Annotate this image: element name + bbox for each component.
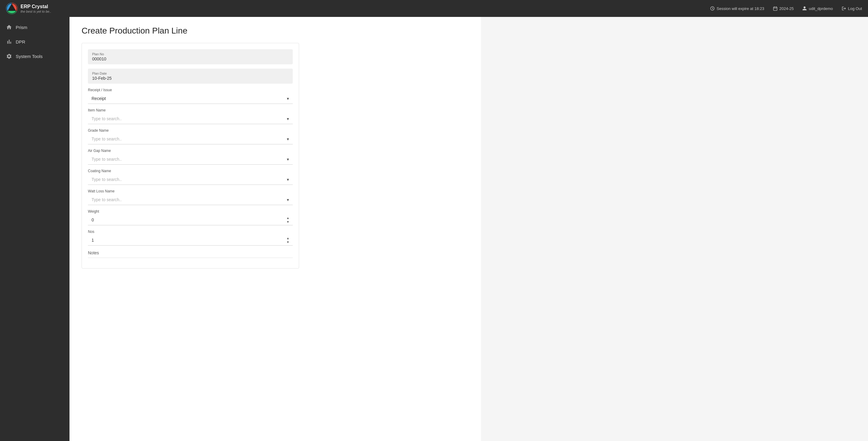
weight-number-wrapper: ▲ ▼ (88, 215, 293, 225)
weight-field: Weight ▲ ▼ (88, 209, 293, 225)
receipt-issue-wrapper: Receipt Issue ▼ (88, 93, 293, 104)
weight-input[interactable] (88, 215, 293, 225)
nos-number-wrapper: ▲ ▼ (88, 235, 293, 246)
logout-label: Log Out (848, 6, 862, 11)
air-gap-name-wrapper: ▼ (88, 154, 293, 165)
app-subtitle: the best is yet to be.. (21, 10, 51, 13)
receipt-issue-select[interactable]: Receipt Issue (88, 93, 293, 104)
sidebar-item-system-tools[interactable]: System Tools (0, 49, 69, 63)
item-name-wrapper: ▼ (88, 114, 293, 124)
item-name-input[interactable] (88, 114, 293, 124)
receipt-issue-field: Receipt / Issue Receipt Issue ▼ (88, 88, 293, 104)
year-label: 2024-25 (779, 6, 794, 11)
app-name: ERP Crystal (21, 4, 51, 9)
sidebar-prism-label: Prism (16, 25, 27, 30)
header: ERP Crystal the best is yet to be.. Sess… (0, 0, 868, 17)
sidebar-dpr-label: DPR (16, 39, 25, 44)
header-right: Session will expire at 18:23 2024-25 udi… (710, 6, 862, 11)
plan-date-field: Plan Date 10-Feb-25 (88, 69, 293, 84)
logout-button[interactable]: Log Out (841, 6, 862, 11)
app-logo: ERP Crystal the best is yet to be.. (6, 3, 51, 14)
grade-name-input[interactable] (88, 134, 293, 145)
watt-loss-name-label: Watt Loss Name (88, 189, 293, 193)
calendar-icon (773, 6, 778, 11)
user-icon (802, 6, 807, 11)
chart-icon (6, 39, 12, 45)
plan-no-value: 000010 (92, 57, 288, 61)
sidebar-item-prism[interactable]: Prism (0, 20, 69, 34)
main-content: Create Production Plan Line Plan No 0000… (69, 17, 481, 441)
app-body: Prism DPR System Tools Create Production… (0, 17, 868, 441)
sidebar: Prism DPR System Tools (0, 17, 69, 441)
grade-name-label: Grade Name (88, 128, 293, 133)
plan-date-value: 10-Feb-25 (92, 76, 288, 81)
air-gap-name-label: Air Gap Name (88, 149, 293, 153)
coating-name-field: Coating Name ▼ (88, 169, 293, 185)
notes-field: Notes (88, 250, 293, 258)
item-name-field: Item Name ▼ (88, 108, 293, 124)
grade-name-wrapper: ▼ (88, 134, 293, 145)
item-name-label: Item Name (88, 108, 293, 113)
sidebar-system-tools-label: System Tools (16, 54, 42, 59)
plan-no-field: Plan No 000010 (88, 49, 293, 64)
coating-name-input[interactable] (88, 174, 293, 185)
watt-loss-name-wrapper: ▼ (88, 194, 293, 205)
home-icon (6, 24, 12, 30)
nos-spinner: ▲ ▼ (285, 237, 290, 244)
session-label: Session will expire at 18:23 (717, 6, 764, 11)
svg-point-1 (10, 6, 14, 10)
watt-loss-name-input[interactable] (88, 194, 293, 205)
grade-name-field: Grade Name ▼ (88, 128, 293, 145)
air-gap-name-input[interactable] (88, 154, 293, 165)
right-panel (481, 17, 868, 441)
notes-label: Notes (88, 250, 293, 258)
watt-loss-name-field: Watt Loss Name ▼ (88, 189, 293, 205)
receipt-issue-label: Receipt / Issue (88, 88, 293, 92)
coating-name-label: Coating Name (88, 169, 293, 173)
sidebar-item-dpr[interactable]: DPR (0, 34, 69, 49)
weight-down-button[interactable]: ▼ (285, 220, 290, 224)
form-container: Plan No 000010 Plan Date 10-Feb-25 Recei… (82, 43, 299, 269)
weight-up-button[interactable]: ▲ (285, 216, 290, 220)
nos-down-button[interactable]: ▼ (285, 241, 290, 244)
air-gap-name-field: Air Gap Name ▼ (88, 149, 293, 165)
logo-icon (6, 3, 18, 14)
nos-up-button[interactable]: ▲ (285, 237, 290, 240)
plan-no-label: Plan No (92, 52, 288, 56)
gear-icon (6, 53, 12, 59)
nos-input[interactable] (88, 235, 293, 245)
user-label: udit_dprdemo (809, 6, 833, 11)
user-info: udit_dprdemo (802, 6, 833, 11)
nos-field: Nos ▲ ▼ (88, 229, 293, 246)
plan-date-label: Plan Date (92, 71, 288, 75)
weight-label: Weight (88, 209, 293, 214)
session-info: Session will expire at 18:23 (710, 6, 764, 11)
year-info: 2024-25 (773, 6, 794, 11)
clock-icon (710, 6, 715, 11)
nos-label: Nos (88, 229, 293, 234)
logo-text: ERP Crystal the best is yet to be.. (21, 4, 51, 13)
coating-name-wrapper: ▼ (88, 174, 293, 185)
page-title: Create Production Plan Line (82, 26, 469, 36)
logout-icon (841, 6, 846, 11)
weight-spinner: ▲ ▼ (285, 216, 290, 224)
